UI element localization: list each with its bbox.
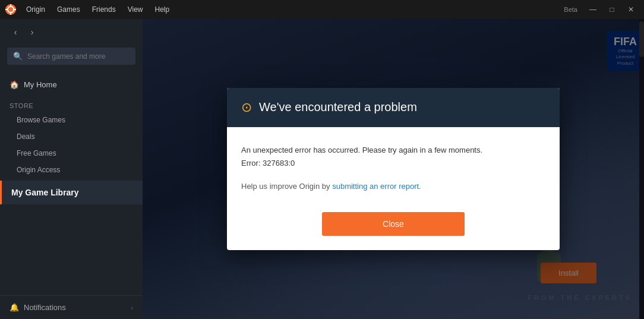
window-close-button[interactable]: ✕ — [623, 4, 639, 15]
sidebar-item-deals[interactable]: Deals — [0, 128, 143, 145]
window-controls: Beta — □ ✕ — [564, 0, 639, 19]
main-content: FIFA Official Licensed Product Install F… — [143, 19, 644, 319]
beta-label: Beta — [564, 6, 577, 13]
dialog-body: An unexpected error has occurred. Please… — [227, 127, 560, 203]
notifications-left: 🔔 Notifications — [10, 303, 66, 312]
warning-icon: ⊙ — [241, 100, 252, 115]
title-bar: Origin Games Friends View Help Beta — □ … — [0, 0, 644, 19]
menu-friends[interactable]: Friends — [87, 3, 121, 16]
menu-bar: Origin Games Friends View Help — [21, 3, 174, 16]
store-section-label: Store — [0, 95, 143, 112]
forward-arrow[interactable]: › — [26, 26, 38, 38]
search-icon: 🔍 — [13, 52, 23, 61]
dialog-title: We've encountered a problem — [259, 100, 417, 114]
my-home-label: My Home — [24, 80, 57, 89]
bell-icon: 🔔 — [10, 303, 19, 312]
app-body: ‹ › 🔍 🏠 My Home Store Browse Games Deals… — [0, 19, 644, 319]
back-arrow[interactable]: ‹ — [10, 26, 21, 38]
sidebar-item-origin-access[interactable]: Origin Access — [0, 162, 143, 178]
dialog-help-text: Help us improve Origin by submitting an … — [241, 182, 545, 191]
sidebar-item-my-game-library[interactable]: My Game Library — [0, 181, 143, 204]
error-dialog: ⊙ We've encountered a problem An unexpec… — [227, 88, 560, 250]
notifications-label: Notifications — [24, 303, 66, 312]
home-icon: 🏠 — [10, 80, 19, 89]
menu-help[interactable]: Help — [150, 3, 175, 16]
search-input[interactable] — [27, 52, 130, 61]
sidebar-item-notifications[interactable]: 🔔 Notifications › — [0, 295, 143, 319]
sidebar-item-free-games[interactable]: Free Games — [0, 145, 143, 162]
error-report-link[interactable]: submitting an error report. — [332, 182, 421, 191]
menu-games[interactable]: Games — [52, 3, 85, 16]
sidebar-item-my-home[interactable]: 🏠 My Home — [0, 74, 143, 95]
search-bar[interactable]: 🔍 — [7, 48, 135, 65]
sidebar: ‹ › 🔍 🏠 My Home Store Browse Games Deals… — [0, 19, 143, 319]
dialog-footer: Close — [227, 203, 560, 250]
dialog-header: ⊙ We've encountered a problem — [227, 88, 560, 127]
close-dialog-button[interactable]: Close — [322, 212, 465, 236]
modal-overlay: ⊙ We've encountered a problem An unexpec… — [143, 19, 644, 319]
notifications-chevron-icon: › — [131, 304, 133, 311]
nav-arrows: ‹ › — [0, 19, 143, 45]
sidebar-item-browse-games[interactable]: Browse Games — [0, 112, 143, 128]
dialog-error-text: An unexpected error has occurred. Please… — [241, 144, 545, 170]
minimize-button[interactable]: — — [585, 4, 601, 15]
origin-logo — [5, 4, 17, 15]
menu-view[interactable]: View — [123, 3, 148, 16]
maximize-button[interactable]: □ — [604, 4, 620, 15]
menu-origin[interactable]: Origin — [21, 3, 50, 16]
